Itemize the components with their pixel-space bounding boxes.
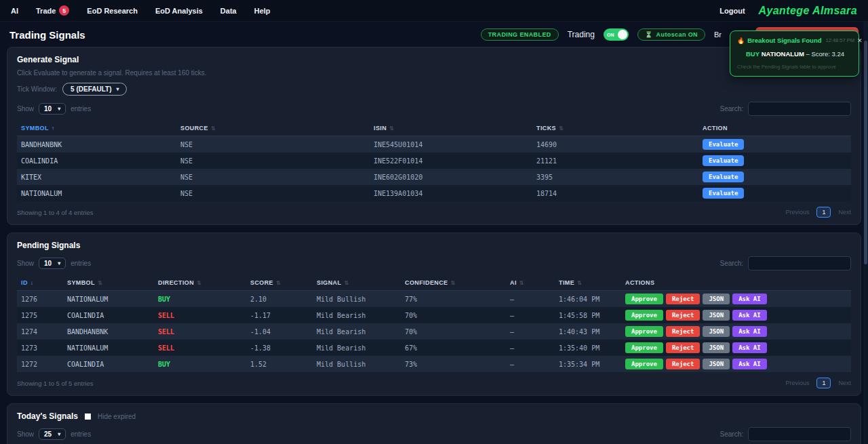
col-header-isin[interactable]: ISIN [370, 122, 532, 136]
generate-panel-subtitle: Click Evaluate to generate a signal. Req… [17, 69, 851, 77]
showing-entries-text: Showing 1 to 4 of 4 entries [17, 209, 94, 216]
cell-id: 1273 [17, 340, 63, 356]
table-row: 1273 NATIONALUM SELL -1.38 Mild Bearish … [17, 340, 851, 356]
ask-ai-button[interactable]: Ask AI [732, 359, 767, 369]
cell-symbol: KITEX [17, 169, 176, 185]
cell-signal: Mild Bearish [313, 323, 401, 340]
table-row: BANDHANBNK NSE INE545U01014 14690 Evalua… [17, 136, 851, 153]
cell-symbol: BANDHANBNK [17, 136, 176, 153]
col-header-source[interactable]: SOURCE [176, 122, 370, 136]
reject-button[interactable]: Reject [666, 342, 701, 353]
ask-ai-button[interactable]: Ask AI [732, 326, 767, 337]
cell-source: NSE [176, 169, 370, 185]
col-header-signal[interactable]: SIGNAL [313, 277, 401, 291]
trading-toggle[interactable]: ON [604, 28, 629, 41]
reject-button[interactable]: Reject [666, 326, 701, 337]
page-size-select[interactable]: 25 ▾ [39, 428, 66, 440]
cell-ticks: 3395 [532, 169, 698, 185]
scrollbar-thumb[interactable] [864, 41, 867, 264]
nav-right: Logout Ayantege AImsara [719, 5, 857, 17]
table-row: 1272 COALINDIA BUY 1.52 Mild Bullish 73%… [17, 356, 851, 372]
reject-button[interactable]: Reject [666, 310, 701, 321]
tick-window-select[interactable]: 5 (DEFAULT) ▾ [62, 83, 127, 96]
autoscan-button[interactable]: ⏳ Autoscan ON [637, 28, 705, 41]
cell-signal: Mild Bearish [313, 307, 401, 323]
search-input[interactable] [748, 256, 851, 270]
nav-item-data[interactable]: Data [220, 7, 237, 15]
search-input[interactable] [748, 427, 851, 441]
chevron-down-icon: ▾ [58, 106, 60, 112]
cell-direction: SELL [154, 323, 246, 340]
nav-item-label: EoD Analysis [155, 7, 203, 15]
cell-score: -1.38 [246, 340, 313, 356]
nav-left: AI Trade 5 EoD Research EoD Analysis Dat… [11, 5, 271, 16]
cell-ai: – [506, 356, 555, 372]
table-row: 1275 COALINDIA SELL -1.17 Mild Bearish 7… [17, 307, 851, 323]
json-button[interactable]: JSON [703, 342, 730, 353]
entries-label: entries [71, 260, 91, 267]
toggle-on-text: ON [607, 33, 614, 37]
evaluate-button[interactable]: Evaluate [703, 139, 744, 150]
page-scrollbar [863, 22, 868, 444]
cell-source: NSE [176, 153, 370, 169]
hide-expired-checkbox[interactable] [85, 413, 91, 420]
page-number-button[interactable]: 1 [816, 207, 831, 218]
nav-item-label: AI [11, 7, 18, 15]
col-header-symbol[interactable]: SYMBOL [63, 277, 154, 291]
approve-button[interactable]: Approve [625, 342, 663, 353]
cell-direction: BUY [154, 356, 246, 372]
reject-button[interactable]: Reject [666, 294, 701, 304]
previous-page-button[interactable]: Previous [785, 380, 809, 386]
nav-item-eod-research[interactable]: EoD Research [87, 7, 138, 15]
col-header-ticks[interactable]: TICKS [532, 122, 698, 136]
search-label: Search: [720, 260, 743, 267]
cell-isin: INE545U01014 [370, 136, 532, 153]
entries-label: entries [71, 430, 91, 438]
next-page-button[interactable]: Next [838, 209, 851, 216]
search-input[interactable] [748, 102, 851, 116]
cell-id: 1274 [17, 323, 63, 340]
col-header-actions: ACTIONS [621, 277, 851, 291]
json-button[interactable]: JSON [703, 310, 730, 321]
close-icon[interactable]: ✕ [857, 37, 863, 44]
cell-source: NSE [176, 136, 370, 153]
json-button[interactable]: JSON [703, 326, 730, 337]
page-size-select[interactable]: 10 ▾ [39, 258, 66, 269]
col-header-confidence[interactable]: CONFIDENCE [401, 277, 506, 291]
approve-button[interactable]: Approve [625, 359, 663, 369]
nav-item-ai[interactable]: AI [11, 7, 18, 15]
page-size-select[interactable]: 10 ▾ [39, 103, 66, 115]
breakout-scan-button[interactable]: Br [714, 31, 722, 39]
page-number-button[interactable]: 1 [816, 378, 831, 388]
ask-ai-button[interactable]: Ask AI [732, 310, 767, 321]
todays-signals-panel: Today's Signals Hide expired Show 25 ▾ e… [7, 403, 861, 444]
json-button[interactable]: JSON [703, 294, 730, 304]
approve-button[interactable]: Approve [625, 294, 663, 304]
col-header-score[interactable]: SCORE [246, 277, 313, 291]
evaluate-button[interactable]: Evaluate [703, 155, 744, 166]
next-page-button[interactable]: Next [838, 380, 851, 386]
evaluate-button[interactable]: Evaluate [703, 171, 744, 182]
ask-ai-button[interactable]: Ask AI [732, 294, 767, 304]
tick-window-label: Tick Window: [17, 85, 57, 93]
approve-button[interactable]: Approve [625, 326, 663, 337]
logout-button[interactable]: Logout [719, 7, 745, 15]
evaluate-button[interactable]: Evaluate [703, 188, 744, 199]
col-header-ai[interactable]: AI [506, 277, 555, 291]
ask-ai-button[interactable]: Ask AI [732, 342, 767, 353]
table-row: 1276 NATIONALUM BUY 2.10 Mild Bullish 77… [17, 291, 851, 308]
nav-item-trade[interactable]: Trade 5 [36, 5, 69, 16]
approve-button[interactable]: Approve [625, 310, 663, 321]
previous-page-button[interactable]: Previous [785, 209, 809, 216]
nav-item-help[interactable]: Help [254, 7, 271, 15]
toast-direction: BUY [746, 50, 760, 58]
col-header-direction[interactable]: DIRECTION [154, 277, 246, 291]
page-title: Trading Signals [9, 29, 85, 41]
col-header-id[interactable]: ID [17, 277, 63, 291]
nav-item-eod-analysis[interactable]: EoD Analysis [155, 7, 203, 15]
reject-button[interactable]: Reject [666, 359, 701, 369]
col-header-symbol[interactable]: SYMBOL [17, 122, 176, 136]
nav-item-label: Trade [36, 7, 56, 15]
json-button[interactable]: JSON [703, 359, 730, 369]
col-header-time[interactable]: TIME [555, 277, 621, 291]
